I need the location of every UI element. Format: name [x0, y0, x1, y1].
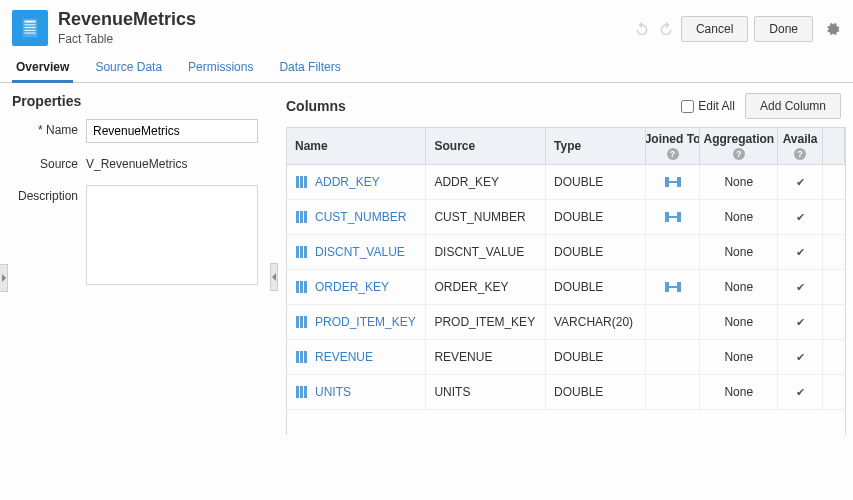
description-label: Description [12, 185, 86, 203]
svg-rect-24 [300, 316, 303, 328]
joined-icon [665, 281, 681, 293]
column-name-link[interactable]: PROD_ITEM_KEY [315, 315, 416, 329]
cell-aggregation: None [700, 165, 778, 200]
title-block: RevenueMetrics Fact Table [58, 10, 633, 46]
table-row: CUST_NUMBERCUST_NUMBERDOUBLENone✔ [287, 200, 845, 235]
table-row: UNITSUNITSDOUBLENone✔ [287, 375, 845, 410]
th-aggregation[interactable]: Aggregation? [700, 128, 778, 165]
table-row: PROD_ITEM_KEYPROD_ITEM_KEYVARCHAR(20)Non… [287, 305, 845, 340]
help-icon: ? [667, 148, 679, 160]
add-column-button[interactable]: Add Column [745, 93, 841, 119]
cell-aggregation: None [700, 305, 778, 340]
column-icon [295, 175, 309, 189]
svg-rect-25 [304, 316, 307, 328]
cell-name: UNITS [287, 375, 426, 410]
cell-aggregation: None [700, 200, 778, 235]
svg-rect-0 [25, 21, 36, 23]
columns-table-header: Name Source Type Joined To? Aggregation?… [287, 128, 845, 165]
columns-table: Name Source Type Joined To? Aggregation?… [286, 127, 846, 435]
done-button[interactable]: Done [754, 16, 813, 42]
help-icon: ? [733, 148, 745, 160]
svg-rect-18 [296, 281, 299, 293]
th-available[interactable]: Availa? [778, 128, 823, 165]
name-input[interactable] [86, 119, 258, 143]
cell-spacer [823, 165, 845, 200]
column-icon [295, 280, 309, 294]
gear-icon[interactable] [823, 20, 841, 38]
description-input[interactable] [86, 185, 258, 285]
cell-joined [646, 235, 701, 270]
cell-type: VARCHAR(20) [546, 305, 646, 340]
column-name-link[interactable]: REVENUE [315, 350, 373, 364]
th-name[interactable]: Name [287, 128, 426, 165]
svg-rect-26 [296, 351, 299, 363]
table-row: DISCNT_VALUEDISCNT_VALUEDOUBLENone✔ [287, 235, 845, 270]
check-icon: ✔ [796, 281, 805, 294]
cell-joined [646, 270, 701, 305]
column-icon [295, 210, 309, 224]
column-name-link[interactable]: DISCNT_VALUE [315, 245, 405, 259]
svg-rect-9 [677, 177, 681, 187]
cell-type: DOUBLE [546, 375, 646, 410]
tab-data-filters[interactable]: Data Filters [275, 52, 344, 83]
check-icon: ✔ [796, 246, 805, 259]
cell-type: DOUBLE [546, 235, 646, 270]
column-name-link[interactable]: CUST_NUMBER [315, 210, 406, 224]
collapse-mid-handle[interactable] [270, 263, 278, 291]
svg-rect-13 [665, 212, 669, 222]
cell-source: ORDER_KEY [426, 270, 546, 305]
tab-overview[interactable]: Overview [12, 52, 73, 83]
cell-aggregation: None [700, 270, 778, 305]
svg-rect-21 [665, 282, 669, 292]
fact-table-icon [12, 10, 48, 46]
content: Properties Name Source V_RevenueMetrics … [0, 83, 853, 445]
page-subtitle: Fact Table [58, 32, 633, 46]
cell-spacer [823, 270, 845, 305]
tab-permissions[interactable]: Permissions [184, 52, 257, 83]
source-value: V_RevenueMetrics [86, 153, 258, 175]
check-icon: ✔ [796, 386, 805, 399]
check-icon: ✔ [796, 316, 805, 329]
cell-name: ADDR_KEY [287, 165, 426, 200]
cell-source: PROD_ITEM_KEY [426, 305, 546, 340]
cell-available: ✔ [778, 305, 823, 340]
svg-rect-5 [296, 176, 299, 188]
header-actions: Cancel Done [633, 16, 841, 42]
cell-source: REVENUE [426, 340, 546, 375]
joined-icon [665, 211, 681, 223]
svg-rect-22 [677, 282, 681, 292]
column-name-link[interactable]: UNITS [315, 385, 351, 399]
columns-table-body: ADDR_KEYADDR_KEYDOUBLENone✔CUST_NUMBERCU… [287, 165, 845, 435]
cell-available: ✔ [778, 270, 823, 305]
table-row: ADDR_KEYADDR_KEYDOUBLENone✔ [287, 165, 845, 200]
column-name-link[interactable]: ADDR_KEY [315, 175, 380, 189]
svg-rect-14 [677, 212, 681, 222]
cell-source: DISCNT_VALUE [426, 235, 546, 270]
cell-available: ✔ [778, 200, 823, 235]
th-source[interactable]: Source [426, 128, 546, 165]
cell-name: CUST_NUMBER [287, 200, 426, 235]
cell-type: DOUBLE [546, 165, 646, 200]
cell-source: CUST_NUMBER [426, 200, 546, 235]
source-label: Source [12, 153, 86, 171]
svg-rect-6 [300, 176, 303, 188]
svg-rect-2 [25, 27, 36, 28]
column-name-link[interactable]: ORDER_KEY [315, 280, 389, 294]
svg-rect-10 [296, 211, 299, 223]
redo-icon [657, 20, 675, 38]
th-joined[interactable]: Joined To? [646, 128, 701, 165]
properties-panel: Properties Name Source V_RevenueMetrics … [0, 83, 270, 445]
cell-aggregation: None [700, 235, 778, 270]
th-type[interactable]: Type [546, 128, 646, 165]
cancel-button[interactable]: Cancel [681, 16, 748, 42]
cell-available: ✔ [778, 235, 823, 270]
tab-source-data[interactable]: Source Data [91, 52, 166, 83]
svg-rect-16 [300, 246, 303, 258]
tab-bar: Overview Source Data Permissions Data Fi… [0, 52, 853, 83]
edit-all-checkbox[interactable] [681, 100, 694, 113]
edit-all-toggle[interactable]: Edit All [681, 99, 735, 113]
th-spacer [823, 128, 845, 165]
help-icon: ? [794, 148, 806, 160]
svg-rect-8 [665, 177, 669, 187]
cell-source: ADDR_KEY [426, 165, 546, 200]
